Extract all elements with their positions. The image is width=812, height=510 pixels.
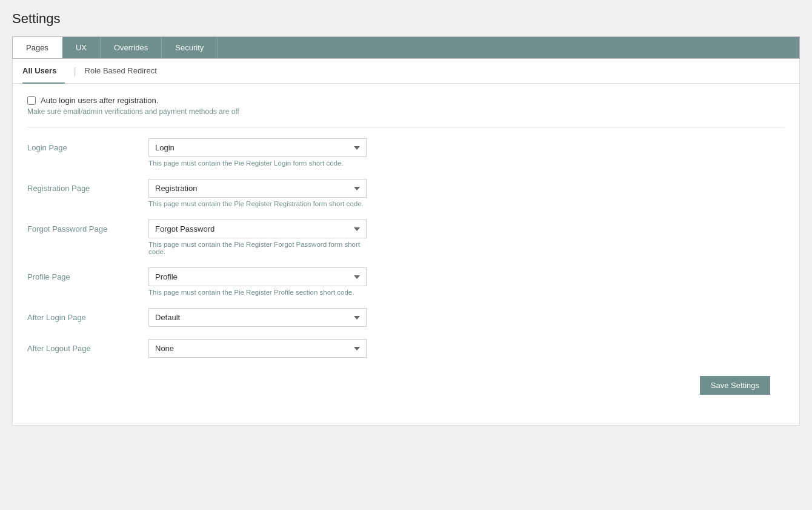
auto-login-helper: Make sure email/admin verifications and … bbox=[27, 107, 239, 116]
sub-tab-divider: | bbox=[73, 59, 76, 83]
tab-overrides[interactable]: Overrides bbox=[101, 37, 162, 58]
label-after-logout-page: After Logout Page bbox=[27, 339, 148, 353]
form-row-after-logout: After Logout Page None Default Login bbox=[27, 339, 785, 358]
select-profile-page[interactable]: Profile Default None bbox=[148, 267, 367, 286]
auto-login-checkbox[interactable] bbox=[27, 96, 36, 105]
auto-login-label[interactable]: Auto login users after registration. bbox=[27, 96, 158, 105]
select-forgot-password-page[interactable]: Forgot Password Default None bbox=[148, 220, 367, 238]
tab-bar: Pages UX Overrides Security bbox=[12, 36, 800, 59]
save-settings-button[interactable]: Save Settings bbox=[700, 376, 770, 395]
page-wrapper: Settings Pages UX Overrides Security All… bbox=[0, 0, 812, 437]
helper-profile-page: This page must contain the Pie Register … bbox=[148, 289, 367, 296]
select-after-logout-page[interactable]: None Default Login bbox=[148, 339, 367, 358]
helper-login-page: This page must contain the Pie Register … bbox=[148, 159, 367, 167]
form-row-login: Login Page Login Default None This page … bbox=[27, 138, 785, 167]
sub-tab-bar: All Users | Role Based Redirect bbox=[13, 59, 799, 84]
label-forgot-password-page: Forgot Password Page bbox=[27, 220, 148, 233]
form-row-after-login: After Login Page Default Login None bbox=[27, 308, 785, 327]
save-row: Save Settings bbox=[27, 376, 785, 395]
auto-login-text: Auto login users after registration. bbox=[41, 96, 158, 105]
form-row-forgot-password: Forgot Password Page Forgot Password Def… bbox=[27, 220, 785, 255]
auto-login-row: Auto login users after registration. Mak… bbox=[27, 96, 785, 116]
form-row-profile: Profile Page Profile Default None This p… bbox=[27, 267, 785, 296]
tab-ux[interactable]: UX bbox=[62, 37, 101, 58]
label-registration-page: Registration Page bbox=[27, 179, 148, 193]
select-registration-page[interactable]: Registration Default None bbox=[148, 179, 367, 198]
sub-tab-all-users[interactable]: All Users bbox=[22, 59, 65, 83]
tab-pages[interactable]: Pages bbox=[13, 37, 62, 58]
helper-forgot-password-page: This page must contain the Pie Register … bbox=[148, 241, 367, 255]
helper-registration-page: This page must contain the Pie Register … bbox=[148, 200, 367, 207]
content-area: All Users | Role Based Redirect Auto log… bbox=[12, 59, 800, 426]
sub-tab-role-based[interactable]: Role Based Redirect bbox=[85, 59, 165, 83]
form-row-registration: Registration Page Registration Default N… bbox=[27, 179, 785, 207]
field-login-page: Login Default None This page must contai… bbox=[148, 138, 367, 167]
select-login-page[interactable]: Login Default None bbox=[148, 138, 367, 157]
label-profile-page: Profile Page bbox=[27, 267, 148, 281]
section-divider bbox=[27, 127, 785, 127]
tab-security[interactable]: Security bbox=[162, 37, 218, 58]
field-forgot-password-page: Forgot Password Default None This page m… bbox=[148, 220, 367, 255]
label-after-login-page: After Login Page bbox=[27, 308, 148, 322]
field-registration-page: Registration Default None This page must… bbox=[148, 179, 367, 207]
field-after-login-page: Default Login None bbox=[148, 308, 367, 327]
settings-body: Auto login users after registration. Mak… bbox=[13, 84, 799, 407]
label-login-page: Login Page bbox=[27, 138, 148, 152]
select-after-login-page[interactable]: Default Login None bbox=[148, 308, 367, 327]
field-after-logout-page: None Default Login bbox=[148, 339, 367, 358]
field-profile-page: Profile Default None This page must cont… bbox=[148, 267, 367, 296]
page-title: Settings bbox=[12, 11, 800, 27]
